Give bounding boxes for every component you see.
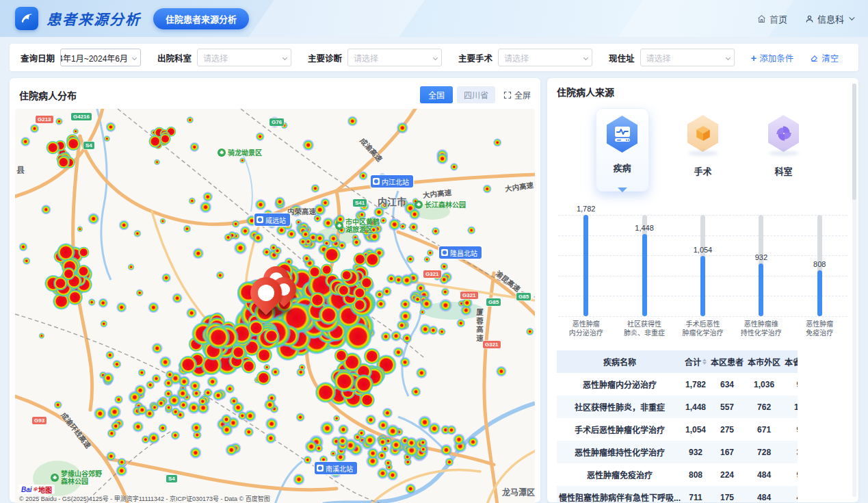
filter-label-2: 主要手术 xyxy=(458,51,492,64)
add-condition-button[interactable]: + 添加条件 xyxy=(751,51,794,64)
rail-station-badge[interactable]: 内江北站 xyxy=(371,175,413,188)
value-cell: 1,036 xyxy=(746,373,782,396)
tab-label: 疾病 xyxy=(613,161,631,174)
add-condition-label: 添加条件 xyxy=(759,51,793,64)
tab-label: 科室 xyxy=(774,164,792,177)
baidu-brand-text: Bai xyxy=(21,486,32,493)
tab-disease[interactable]: 疾病 xyxy=(596,108,649,192)
value-cell: 99 xyxy=(782,418,798,441)
panel-scrollbar xyxy=(852,83,856,497)
baidu-maps-logo: Bai❄地图 xyxy=(18,485,55,494)
filter-select-3[interactable]: 请选择 xyxy=(640,49,735,66)
fullscreen-icon xyxy=(503,91,512,99)
table-row[interactable]: 恶性肿瘤维持性化学治疗932167728316 xyxy=(557,441,798,463)
filter-select-2[interactable]: 请选择 xyxy=(498,49,592,66)
disease-name-cell: 社区获得性肺炎，非重症 xyxy=(557,396,683,418)
disease-name-cell: 手术后恶性肿瘤化学治疗 xyxy=(557,418,683,441)
filter-select-0[interactable]: 请选择 xyxy=(197,49,291,66)
baidu-heatmap[interactable]: 成渝高速内荣高速大内高速大内高速渝昆高速厦蓉高速成渝环线高速内江市龙马潭区县♣长… xyxy=(15,109,535,503)
col-header-0: 疾病名称 xyxy=(557,350,683,373)
scrollbar-thumb[interactable] xyxy=(852,83,856,200)
chevron-down-icon xyxy=(433,55,438,60)
chevron-down-icon xyxy=(132,55,137,60)
table-row[interactable]: 恶性肿瘤免疫治疗808224484919 xyxy=(557,463,798,486)
table-row[interactable]: 社区获得性肺炎，非重症1,44855776210425 xyxy=(557,396,798,418)
top-header: 患者来源分析 住院患者来源分析 首页 信息科 xyxy=(0,0,868,37)
value-cell: 167 xyxy=(709,441,746,463)
nav-user-menu[interactable]: 信息科 xyxy=(805,12,853,25)
date-filter-label: 查询日期 xyxy=(21,51,55,64)
tab-department[interactable]: 科室 xyxy=(757,108,811,192)
chevron-down-icon xyxy=(726,55,731,60)
app-logo xyxy=(15,7,38,30)
station-icon xyxy=(441,249,448,256)
filter-label-1: 主要诊断 xyxy=(308,51,342,64)
bar-category-label: 恶性肿瘤免疫治疗 xyxy=(806,320,833,337)
rail-station-badge[interactable]: 南溪北站 xyxy=(315,462,357,474)
filter-placeholder: 请选择 xyxy=(203,52,228,64)
bar-0: 1,782 恶性肿瘤内分泌治疗 xyxy=(566,215,607,316)
station-icon xyxy=(373,178,380,185)
col-header-3: 本市外区 xyxy=(746,350,782,373)
value-cell: 808 xyxy=(683,463,709,486)
disease-name-cell: 恶性肿瘤内分泌治疗 xyxy=(557,373,683,396)
baidu-logo-suffix: 地图 xyxy=(38,485,52,495)
value-cell: 1,782 xyxy=(683,373,709,396)
user-icon xyxy=(805,14,814,23)
station-icon xyxy=(317,465,324,472)
rail-station-badge[interactable]: 威远站 xyxy=(254,214,290,226)
filter-select-1[interactable]: 请选择 xyxy=(347,49,442,66)
icon-reflection xyxy=(688,151,718,156)
col-header-1[interactable]: 合计 xyxy=(683,350,709,373)
value-cell: 97 xyxy=(782,373,798,396)
scope-national-button[interactable]: 全国 xyxy=(420,86,453,103)
bird-logo-icon xyxy=(19,11,34,26)
disease-source-table: 疾病名称合计本区患者本市外区本省外市外省 恶性肿瘤内分泌治疗1,7826341,… xyxy=(557,350,798,502)
bar-category-label: 恶性肿瘤维持性化学治疗 xyxy=(741,320,782,337)
value-cell: 711 xyxy=(683,486,709,502)
bar-1: 1,448 社区获得性肺炎、非重症 xyxy=(624,215,665,316)
fullscreen-button[interactable]: 全屏 xyxy=(503,89,531,101)
rail-station-badge[interactable]: 隆昌北站 xyxy=(439,246,482,259)
disease-table-wrap: 疾病名称合计本区患者本市外区本省外市外省 恶性肿瘤内分泌治疗1,7826341,… xyxy=(557,350,798,502)
icon-reflection xyxy=(769,151,799,156)
dimension-tabs: 疾病 手术 科室 xyxy=(557,108,849,192)
disease-name-cell: 慢性阻塞性肺病伴有急性下呼吸... xyxy=(557,486,683,502)
subpage-badge[interactable]: 住院患者来源分析 xyxy=(153,8,249,29)
date-range-select[interactable]: 2024年1月~2024年6月 xyxy=(60,49,141,66)
bar-fill xyxy=(700,256,705,316)
bar-4: 808 恶性肿瘤免疫治疗 xyxy=(799,215,840,316)
table-row[interactable]: 恶性肿瘤内分泌治疗1,7826341,0369715 xyxy=(557,373,798,396)
bar-fill xyxy=(583,215,588,316)
gridline xyxy=(558,316,847,317)
value-cell: 175 xyxy=(709,486,746,502)
bar-value: 1,448 xyxy=(635,224,654,232)
table-row[interactable]: 慢性阻塞性肺病伴有急性下呼吸...711175484448 xyxy=(557,486,798,502)
tab-surgery[interactable]: 手术 xyxy=(676,108,730,192)
page-title: 患者来源分析 xyxy=(47,8,141,29)
filter-label-3: 现住址 xyxy=(609,51,635,64)
value-cell: 728 xyxy=(746,441,782,463)
fullscreen-label: 全屏 xyxy=(514,89,531,101)
col-header-2: 本区患者 xyxy=(709,350,746,373)
bar-3: 932 恶性肿瘤维持性化学治疗 xyxy=(741,215,782,316)
table-row[interactable]: 手术后恶性肿瘤化学治疗1,054275671999 xyxy=(557,418,798,441)
value-cell: 91 xyxy=(782,463,798,486)
value-cell: 1,448 xyxy=(683,396,709,418)
clear-filters-button[interactable]: 清空 xyxy=(810,51,839,64)
inpatient-source-panel: 住院病人来源 疾病 手术 科室 1,782 恶性肿瘤内分泌治疗 1,448 社区… xyxy=(547,78,858,502)
filter-placeholder: 请选择 xyxy=(354,52,378,64)
header-decor-streak xyxy=(601,0,808,37)
map-panel-title: 住院病人分布 xyxy=(19,88,77,102)
value-cell: 44 xyxy=(782,486,798,502)
baidu-paw-icon: ❄ xyxy=(33,486,38,493)
bar-category-label: 恶性肿瘤内分泌治疗 xyxy=(569,320,603,337)
source-bar-chart: 1,782 恶性肿瘤内分泌治疗 1,448 社区获得性肺炎、非重症 1,054 … xyxy=(557,203,849,344)
department-pinwheel-icon xyxy=(767,115,801,152)
filter-placeholder: 请选择 xyxy=(504,52,529,64)
value-cell: 671 xyxy=(746,418,782,441)
chevron-down-icon xyxy=(583,55,588,60)
scope-province-button[interactable]: 四川省 xyxy=(457,86,495,103)
bar-value: 1,054 xyxy=(694,246,713,254)
filter-label-0: 出院科室 xyxy=(157,51,192,64)
